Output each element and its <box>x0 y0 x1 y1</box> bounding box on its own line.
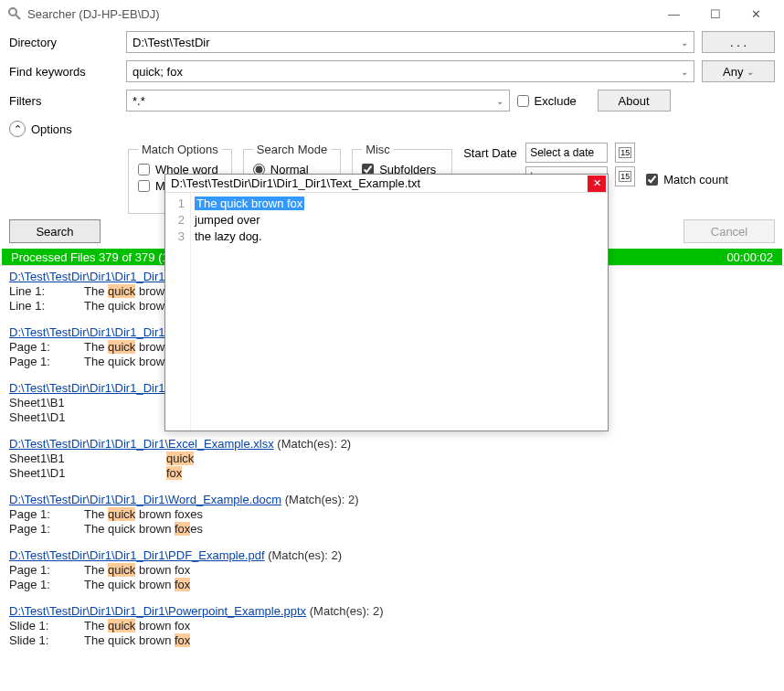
keywords-label: Find keywords <box>9 65 119 79</box>
result-file-link[interactable]: D:\Test\TestDir\Dir1\Dir1_Dir1\PDF_Examp… <box>9 548 265 562</box>
result-file-link[interactable]: D:\Test\TestDir\Dir1\Dir1_Dir1\ <box>9 325 168 339</box>
chevron-down-icon: ⌄ <box>747 67 754 77</box>
cancel-button[interactable]: Cancel <box>683 219 775 243</box>
result-line[interactable]: Slide 1:The quick brown fox <box>9 619 775 633</box>
any-button[interactable]: Any ⌄ <box>702 60 775 82</box>
status-time: 00:00:02 <box>726 250 773 264</box>
preview-popup: D:\Test\TestDir\Dir1\Dir1_Dir1\Text_Exam… <box>164 174 609 431</box>
result-line[interactable]: Page 1:The quick brown fox <box>9 563 775 577</box>
title-bar: Searcher (DJ-HP-EB\DJ) — ☐ ✕ <box>0 0 784 27</box>
filters-input[interactable]: *.* ⌄ <box>126 90 510 112</box>
close-button[interactable]: ✕ <box>736 0 777 27</box>
result-file-link[interactable]: D:\Test\TestDir\Dir1\Dir1_Dir1\Powerpoin… <box>9 604 306 618</box>
result-line[interactable]: Page 1:The quick brown fox <box>9 578 775 591</box>
calendar-icon[interactable]: 15 <box>615 166 635 186</box>
result-file-link[interactable]: D:\Test\TestDir\Dir1\Dir1_Dir1\ <box>9 270 168 283</box>
filters-label: Filters <box>9 94 119 108</box>
minimize-button[interactable]: — <box>653 0 694 27</box>
svg-point-0 <box>9 8 16 16</box>
app-icon <box>7 6 22 21</box>
preview-line-3: the lazy dog. <box>195 228 604 244</box>
line-gutter: 123 <box>165 193 191 431</box>
window-title: Searcher (DJ-HP-EB\DJ) <box>27 7 653 21</box>
result-file-link[interactable]: D:\Test\TestDir\Dir1\Dir1_Dir1\Excel_Exa… <box>9 437 274 451</box>
maximize-button[interactable]: ☐ <box>694 0 736 27</box>
result-line[interactable]: Page 1:The quick brown foxes <box>9 507 775 521</box>
result-file-link[interactable]: D:\Test\TestDir\Dir1\Dir1_Dir1\Word_Exam… <box>9 493 281 506</box>
result-line[interactable]: Page 1:The quick brown foxes <box>9 522 775 536</box>
chevron-down-icon: ⌄ <box>496 96 503 106</box>
about-button[interactable]: About <box>598 90 671 112</box>
browse-button[interactable]: . . . <box>702 31 775 53</box>
result-line[interactable]: Sheet1\D1fox <box>9 466 775 480</box>
search-button[interactable]: Search <box>9 219 101 243</box>
options-label: Options <box>31 122 72 136</box>
result-file-link[interactable]: D:\Test\TestDir\Dir1\Dir1_Dir1\ <box>9 381 168 395</box>
preview-title-text: D:\Test\TestDir\Dir1\Dir1_Dir1\Text_Exam… <box>171 176 588 190</box>
directory-label: Directory <box>9 36 119 49</box>
calendar-icon[interactable]: 15 <box>615 143 635 163</box>
start-date-label: Start Date <box>463 146 518 160</box>
collapse-options-icon[interactable]: ⌃ <box>9 121 26 137</box>
match-count-text: (Match(es): 2) <box>281 493 359 506</box>
match-count-text: (Match(es): 2) <box>306 604 384 618</box>
preview-line-1: The quick brown fox <box>195 197 304 210</box>
result-line[interactable]: Sheet1\B1quick <box>9 452 775 465</box>
keywords-input[interactable]: quick; fox ⌄ <box>126 60 694 82</box>
preview-body[interactable]: 123 The quick brown fox jumped over the … <box>165 193 608 431</box>
directory-input[interactable]: D:\Test\TestDir ⌄ <box>126 31 694 53</box>
match-count-text: (Match(es): 2) <box>274 437 352 451</box>
match-count-text: (Match(es): 2) <box>265 548 343 562</box>
svg-line-1 <box>16 15 20 19</box>
chevron-down-icon: ⌄ <box>681 67 688 77</box>
match-count-checkbox[interactable]: Match count <box>646 148 728 211</box>
chevron-down-icon: ⌄ <box>681 37 688 48</box>
preview-line-2: jumped over <box>195 211 604 228</box>
exclude-checkbox[interactable]: Exclude <box>517 94 590 108</box>
result-line[interactable]: Slide 1:The quick brown fox <box>9 633 775 647</box>
preview-close-button[interactable]: ✕ <box>588 175 606 192</box>
start-date-input[interactable]: Select a date <box>525 143 608 163</box>
